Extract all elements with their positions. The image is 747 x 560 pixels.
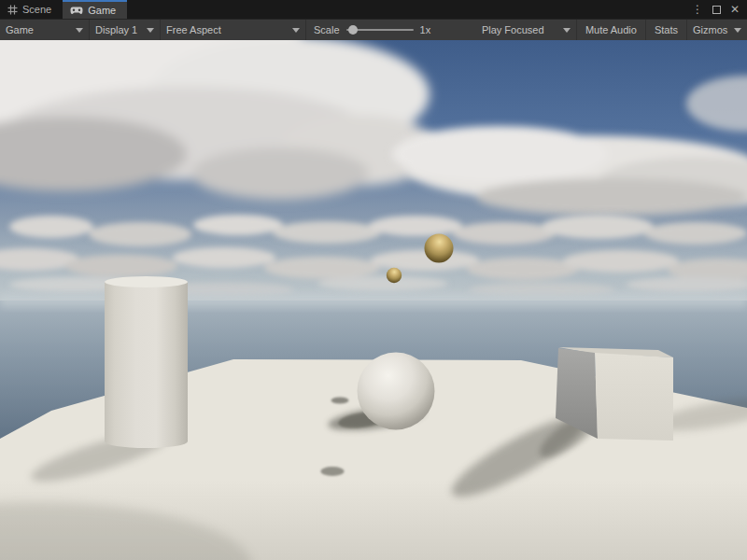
window-controls: ⋮ ✕	[692, 0, 747, 19]
tab-bar: Scene Game ⋮ ✕	[0, 0, 747, 19]
play-focused-value: Play Focused	[482, 24, 544, 35]
rendered-scene	[0, 40, 747, 560]
white-sphere	[358, 353, 435, 430]
play-focused-dropdown[interactable]: Play Focused	[476, 20, 577, 40]
tabbar-spacer	[127, 0, 692, 19]
cloud-large-left	[0, 40, 439, 200]
chevron-down-icon	[292, 28, 300, 33]
display-dropdown[interactable]: Display 1	[90, 20, 161, 40]
aspect-dropdown-value: Free Aspect	[166, 24, 221, 35]
cube-right-face	[595, 353, 673, 441]
tab-scene-label: Scene	[22, 4, 51, 15]
gold-sphere-small-shadow	[331, 398, 349, 404]
cube	[556, 347, 673, 441]
scale-control: Scale 1x	[306, 20, 438, 40]
close-icon[interactable]: ✕	[730, 4, 740, 15]
tab-game-label: Game	[88, 5, 116, 16]
game-view-toolbar: Game Display 1 Free Aspect Scale 1x Play…	[0, 19, 747, 40]
tab-scene[interactable]: Scene	[0, 0, 63, 19]
tab-game[interactable]: Game	[63, 0, 127, 19]
kebab-menu-icon[interactable]: ⋮	[692, 4, 703, 15]
toolbar-spacer	[438, 20, 476, 40]
view-dropdown-value: Game	[6, 24, 34, 35]
cylinder	[105, 276, 188, 448]
maximize-icon[interactable]	[712, 6, 721, 14]
gamepad-icon	[70, 7, 83, 15]
game-viewport[interactable]	[0, 40, 747, 560]
chevron-down-icon	[147, 28, 154, 33]
scale-slider-handle[interactable]	[348, 25, 358, 35]
gold-sphere-large-shadow	[321, 467, 345, 476]
gold-sphere-large	[425, 234, 454, 263]
scale-label: Scale	[314, 24, 340, 35]
grid-icon	[7, 5, 18, 15]
chevron-down-icon	[734, 28, 741, 33]
scale-value: 1x	[420, 24, 431, 35]
gold-sphere-small	[387, 268, 402, 283]
stats-button[interactable]: Stats	[646, 20, 687, 40]
mute-audio-label: Mute Audio	[585, 24, 637, 35]
view-dropdown[interactable]: Game	[0, 20, 90, 40]
display-dropdown-value: Display 1	[95, 24, 137, 35]
gizmos-dropdown[interactable]: Gizmos	[687, 20, 747, 40]
scale-slider[interactable]	[346, 24, 414, 35]
gizmos-value: Gizmos	[693, 24, 727, 35]
stats-label: Stats	[655, 24, 678, 35]
aspect-ratio-dropdown[interactable]: Free Aspect	[161, 20, 306, 40]
mute-audio-button[interactable]: Mute Audio	[577, 20, 646, 40]
chevron-down-icon	[76, 28, 83, 33]
unity-game-window: Scene Game ⋮ ✕ Game Display 1	[0, 0, 747, 560]
chevron-down-icon	[563, 28, 571, 33]
